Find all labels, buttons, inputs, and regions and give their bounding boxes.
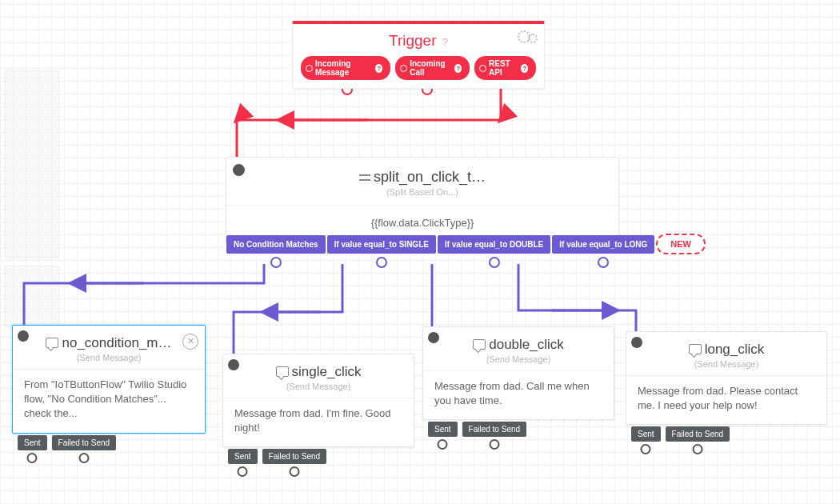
branch-single[interactable]: If value equal_to SINGLE: [327, 235, 436, 254]
input-port[interactable]: [428, 332, 439, 343]
event-label: Incoming Call: [410, 59, 451, 77]
trigger-event-incoming-call[interactable]: Incoming Call?: [395, 56, 470, 80]
port-failed[interactable]: Failed to Send: [666, 426, 730, 442]
port-failed[interactable]: Failed to Send: [462, 422, 527, 437]
ghost-card: [5, 70, 59, 258]
help-icon[interactable]: ?: [521, 64, 528, 73]
branch-long[interactable]: If value equal_to LONG: [552, 235, 654, 254]
event-label: REST API: [489, 59, 518, 77]
widget-subtitle: (Send Message): [223, 382, 414, 398]
widget-no-condition[interactable]: ✕ no_condition_m… (Send Message) From "I…: [12, 325, 206, 434]
widget-body: Message from dad. Call me when you have …: [423, 371, 614, 419]
close-icon[interactable]: ✕: [182, 334, 198, 350]
widget-long-click[interactable]: long_click (Send Message) Message from d…: [626, 331, 827, 425]
port-failed[interactable]: Failed to Send: [262, 449, 327, 464]
help-icon[interactable]: ?: [454, 64, 462, 73]
widget-title: single_click: [223, 354, 414, 382]
chat-icon: [473, 339, 486, 350]
chat-icon: [276, 366, 289, 377]
branch-no-condition[interactable]: No Condition Matches: [226, 235, 326, 254]
split-widget[interactable]: split_on_click_t… (Split Based On...) {{…: [226, 157, 619, 244]
add-branch-button[interactable]: NEW: [656, 234, 706, 254]
trigger-title-text: Trigger: [389, 32, 436, 49]
widget-single-click[interactable]: single_click (Send Message) Message from…: [222, 354, 414, 447]
widget-body: From "IoTButtonFlow" Twilio Studio flow,…: [13, 370, 205, 433]
chat-icon: [46, 338, 58, 348]
branch-double[interactable]: If value equal_to DOUBLE: [438, 235, 550, 254]
widget-title: double_click: [423, 327, 614, 354]
widget-title: no_condition_m…: [13, 326, 205, 353]
input-port[interactable]: [631, 337, 642, 348]
trigger-event-rest-api[interactable]: REST API?: [474, 56, 536, 80]
ghost-card: [5, 266, 59, 326]
gear-icon[interactable]: [518, 30, 538, 46]
input-port[interactable]: [18, 330, 29, 342]
split-icon: [359, 173, 370, 182]
port-sent[interactable]: Sent: [428, 422, 458, 437]
widget-subtitle: (Send Message): [13, 353, 205, 370]
widget-title: long_click: [626, 332, 826, 359]
chat-icon: [689, 344, 702, 354]
widget-double-click[interactable]: double_click (Send Message) Message from…: [422, 326, 614, 420]
widget-subtitle: (Send Message): [423, 354, 614, 371]
widget-body: Message from dad. I'm fine. Good night!: [223, 398, 414, 446]
help-icon[interactable]: ?: [375, 64, 382, 73]
trigger-event-incoming-message[interactable]: Incoming Message?: [301, 56, 390, 80]
input-port[interactable]: [233, 164, 245, 176]
widget-title: split_on_click_t…: [226, 158, 618, 187]
widget-body: Message from dad. Please contact me. I n…: [626, 376, 826, 424]
port-failed[interactable]: Failed to Send: [52, 435, 117, 450]
port-sent[interactable]: Sent: [228, 449, 258, 464]
trigger-title: Trigger ?: [293, 24, 544, 56]
trigger-widget[interactable]: Trigger ? Incoming Message? Incoming Cal…: [292, 21, 545, 89]
port-sent[interactable]: Sent: [631, 426, 661, 442]
port-sent[interactable]: Sent: [18, 435, 47, 450]
input-port[interactable]: [228, 359, 239, 370]
event-label: Incoming Message: [315, 59, 372, 77]
widget-subtitle: (Split Based On...): [226, 187, 618, 206]
help-icon[interactable]: ?: [442, 36, 448, 48]
widget-subtitle: (Send Message): [626, 359, 826, 376]
